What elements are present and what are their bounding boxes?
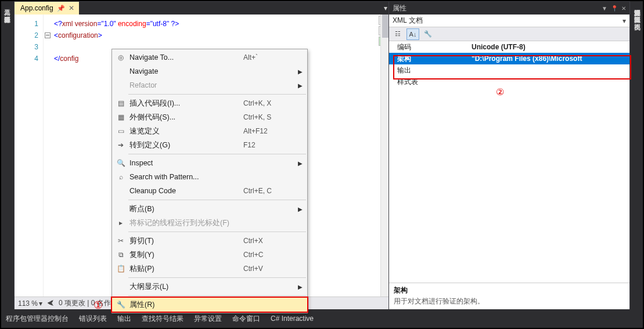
server-explorer-tab[interactable]: 服务器资源管理器 [1, 8, 13, 15]
menu-item-label: 插入代码段(I)... [127, 99, 243, 109]
fold-toggle-icon[interactable] [45, 32, 51, 38]
snippet-out-icon: ▦ [114, 113, 127, 121]
property-row[interactable]: 输出 [389, 64, 629, 76]
annotation-marker-1: ① [93, 299, 103, 312]
close-icon[interactable]: ✕ [69, 4, 74, 12]
menu-item-shortcut: Ctrl+V [243, 265, 296, 273]
solution-explorer-tab[interactable]: 解决方案资源管理器 [631, 1, 643, 8]
wrench-icon: 🔧 [114, 301, 127, 309]
property-name: 样式表 [389, 77, 469, 87]
bottom-tab[interactable]: 错误列表 [78, 312, 108, 326]
alphabetical-button[interactable]: A↓ [406, 28, 419, 40]
snippet-icon: ▤ [114, 99, 127, 107]
pin-icon[interactable]: 📍 [611, 5, 618, 12]
menu-item[interactable]: ➔转到定义(G)F12 [112, 138, 307, 152]
bottom-toolwindow-tabs: 程序包管理器控制台 错误列表 输出 查找符号结果 异常设置 命令窗口 C# In… [1, 309, 643, 328]
properties-object-combo[interactable]: XML 文档 ▾ [389, 15, 629, 27]
pin-icon[interactable]: 📌 [57, 5, 65, 12]
copy-icon: ⧉ [114, 251, 127, 259]
property-value[interactable]: Unicode (UTF-8) [469, 43, 629, 51]
chevron-down-icon: ▾ [39, 299, 42, 308]
menu-item-label: 剪切(T) [127, 236, 243, 246]
menu-item: ▸将标记的线程运行到光标处(F) [112, 216, 307, 230]
menu-separator [128, 232, 306, 232]
zoom-combo[interactable]: 113 % ▾ [18, 299, 42, 308]
menu-item-shortcut: Alt+` [243, 53, 296, 62]
object-name: XML 文档 [393, 16, 423, 26]
submenu-arrow-icon: ▶ [296, 82, 303, 89]
submenu-arrow-icon: ▶ [296, 206, 303, 212]
bottom-tab[interactable]: 命令窗口 [231, 312, 261, 326]
scrollbar-thumb[interactable] [382, 15, 388, 38]
bottom-tab[interactable]: 程序包管理器控制台 [5, 312, 70, 326]
inspect-icon: 🔍 [114, 159, 127, 167]
paste-icon: 📋 [114, 265, 127, 273]
menu-item[interactable]: 📋粘贴(P)Ctrl+V [112, 262, 307, 276]
team-explorer-tab[interactable]: 团队资源管理器 [631, 8, 643, 15]
menu-item-shortcut: Ctrl+K, X [243, 99, 296, 107]
menu-item[interactable]: Cleanup CodeCtrl+E, C [112, 184, 307, 198]
menu-item-label: Refactor [127, 81, 243, 89]
menu-item-label: Navigate To... [127, 53, 243, 62]
menu-item[interactable]: 断点(B)▶ [112, 202, 307, 216]
categorized-button[interactable]: ☷ [391, 28, 404, 40]
submenu-arrow-icon: ▶ [296, 284, 303, 290]
properties-toolbar: ☷ A↓ 🔧 [389, 27, 629, 41]
target-icon: ◎ [114, 53, 127, 62]
property-value[interactable]: "D:\Program Files (x86)\Microsoft [469, 55, 629, 63]
menu-item[interactable]: 🔧属性(R)① [112, 298, 307, 312]
menu-item-label: 复制(Y) [127, 250, 243, 260]
menu-separator [128, 277, 306, 278]
right-vertical-toolwindows: 解决方案资源管理器 团队资源管理器 类视图 [631, 1, 643, 309]
menu-item-label: 大纲显示(L) [127, 282, 243, 292]
menu-item[interactable]: ✂剪切(T)Ctrl+X [112, 234, 307, 248]
menu-item-shortcut: F12 [243, 141, 296, 149]
tab-label: App.config [20, 4, 53, 12]
menu-item[interactable]: ▦外侧代码(S)...Ctrl+K, S [112, 110, 307, 124]
menu-item[interactable]: ▤插入代码段(I)...Ctrl+K, X [112, 96, 307, 110]
menu-item-label: Navigate [127, 67, 243, 75]
properties-titlebar[interactable]: 属性 ▼ 📍 ✕ [389, 2, 629, 15]
property-pages-button[interactable]: 🔧 [422, 28, 434, 40]
property-name: 编码 [389, 42, 469, 52]
menu-item-label: 粘贴(P) [127, 264, 243, 274]
property-row[interactable]: 架构"D:\Program Files (x86)\Microsoft [389, 53, 629, 64]
menu-item-label: Search with Pattern... [127, 173, 243, 181]
bottom-tab[interactable]: 异常设置 [193, 312, 223, 326]
menu-separator [128, 200, 306, 200]
run-to-icon: ▸ [114, 219, 127, 227]
menu-item[interactable]: ▭速览定义Alt+F12 [112, 124, 307, 138]
properties-grid[interactable]: 编码Unicode (UTF-8)架构"D:\Program Files (x8… [389, 41, 629, 88]
file-tab-appconfig[interactable]: App.config 📌 ✕ [15, 2, 79, 15]
menu-item-label: 速览定义 [127, 126, 243, 136]
menu-item[interactable]: ⧉复制(Y)Ctrl+C [112, 248, 307, 262]
properties-description: 架构 用于对文档进行验证的架构。 [389, 283, 629, 309]
search-icon: ⌕ [114, 173, 127, 181]
menu-item[interactable]: ⌕Search with Pattern... [112, 170, 307, 184]
editor-context-menu: ◎Navigate To...Alt+`Navigate▶Refactor▶▤插… [111, 49, 308, 313]
menu-item-label: 属性(R) [127, 300, 243, 310]
class-view-tab[interactable]: 类视图 [631, 15, 643, 22]
menu-item-shortcut: Ctrl+E, C [243, 187, 296, 195]
submenu-arrow-icon: ▶ [296, 68, 303, 75]
dropdown-icon[interactable]: ▼ [602, 5, 607, 12]
bottom-tab[interactable]: C# Interactive [269, 312, 315, 325]
menu-item[interactable]: ◎Navigate To...Alt+` [112, 50, 307, 64]
menu-item[interactable]: 🔍Inspect▶ [112, 156, 307, 170]
property-name: 输出 [389, 66, 469, 75]
book-icon: ▭ [114, 127, 127, 135]
bottom-tab[interactable]: 查找符号结果 [141, 312, 185, 326]
toolbox-tab[interactable]: 工具箱 [1, 1, 13, 8]
menu-item[interactable]: 大纲显示(L)▶ [112, 280, 307, 294]
menu-item-shortcut: Ctrl+K, S [243, 113, 296, 121]
menu-item-label: 断点(B) [127, 204, 243, 214]
property-row[interactable]: 编码Unicode (UTF-8) [389, 41, 629, 53]
property-row[interactable]: 样式表 [389, 76, 629, 88]
bottom-tab[interactable]: 输出 [116, 312, 132, 326]
tab-overflow-icon[interactable]: ▾ [384, 4, 387, 12]
line-number-gutter: 1 2 3 4 [15, 15, 44, 297]
nav-prev-icon[interactable]: ⮜ [47, 299, 54, 308]
close-icon[interactable]: ✕ [621, 5, 626, 12]
property-name: 架构 [389, 54, 469, 64]
menu-item[interactable]: Navigate▶ [112, 64, 307, 78]
